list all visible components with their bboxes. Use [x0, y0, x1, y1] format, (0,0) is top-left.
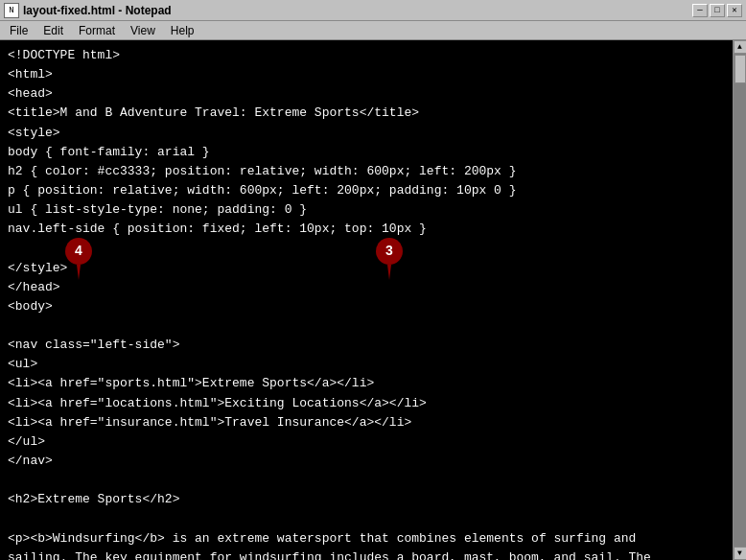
app-icon: N [4, 3, 19, 18]
code-line: <nav class="left-side"> [8, 336, 738, 355]
code-line: <li><a href="sports.html">Extreme Sports… [8, 374, 738, 393]
minimize-button[interactable]: ─ [692, 4, 708, 17]
code-line: <li><a href="locations.html">Exciting Lo… [8, 394, 738, 413]
menu-edit[interactable]: Edit [35, 22, 71, 39]
title-bar: N layout-fixed.html - Notepad ─ □ ✕ [0, 0, 746, 21]
title-bar-left: N layout-fixed.html - Notepad [4, 3, 172, 18]
code-editor[interactable]: <!DOCTYPE html><html><head><title>M and … [0, 40, 746, 560]
code-line [8, 509, 738, 528]
scroll-track [734, 54, 747, 547]
code-line: h2 { color: #cc3333; position: relative;… [8, 162, 738, 181]
code-line [8, 316, 738, 336]
menu-file[interactable]: File [2, 22, 35, 39]
code-line: <title>M and B Adventure Travel: Extreme… [8, 104, 738, 123]
scroll-down-button[interactable]: ▼ [734, 547, 747, 560]
code-line: <html> [8, 65, 738, 84]
code-line [8, 471, 738, 490]
code-line: <style> [8, 124, 738, 143]
close-button[interactable]: ✕ [727, 4, 742, 17]
code-line: sailing. The key equipment for windsurfi… [8, 548, 738, 560]
code-content: <!DOCTYPE html><html><head><title>M and … [8, 46, 738, 560]
code-line: </style> [8, 259, 738, 278]
code-line: <li><a href="insurance.html">Travel Insu… [8, 413, 738, 432]
code-line [8, 239, 738, 258]
code-line: <p><b>Windsurfing</b> is an extreme wate… [8, 529, 738, 548]
code-line: </head> [8, 278, 738, 297]
scroll-up-button[interactable]: ▲ [734, 40, 747, 54]
code-line: <ul> [8, 355, 738, 374]
code-line: </ul> [8, 432, 738, 452]
code-line: p { position: relative; width: 600px; le… [8, 181, 738, 200]
menu-bar: File Edit Format View Help [0, 21, 746, 40]
window-controls: ─ □ ✕ [692, 4, 742, 17]
menu-view[interactable]: View [123, 22, 163, 39]
code-line: nav.left-side { position: fixed; left: 1… [8, 220, 738, 239]
code-line: <h2>Extreme Sports</h2> [8, 490, 738, 509]
code-line: <head> [8, 84, 738, 104]
code-line: </nav> [8, 452, 738, 471]
menu-help[interactable]: Help [163, 22, 202, 39]
app-icon-label: N [9, 6, 13, 15]
code-line: body { font-family: arial } [8, 143, 738, 162]
scroll-thumb[interactable] [734, 55, 746, 83]
menu-format[interactable]: Format [71, 22, 123, 39]
maximize-button[interactable]: □ [710, 4, 725, 17]
code-line: <!DOCTYPE html> [8, 46, 738, 65]
code-line: <body> [8, 297, 738, 316]
code-line: ul { list-style-type: none; padding: 0 } [8, 200, 738, 220]
window-title: layout-fixed.html - Notepad [23, 4, 172, 17]
scrollbar[interactable]: ▲ ▼ [733, 40, 746, 560]
